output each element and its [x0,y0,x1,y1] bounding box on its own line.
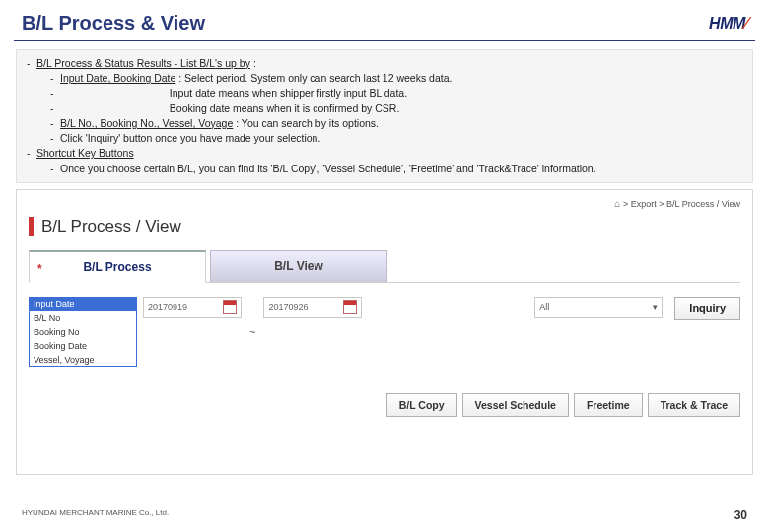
dropdown-option[interactable]: Vessel, Voyage [30,353,136,366]
calendar-icon[interactable] [343,300,357,314]
chevron-down-icon: ▾ [653,302,658,312]
dropdown-selected[interactable]: Input Date [30,298,136,311]
calendar-icon[interactable] [223,300,237,314]
tab-bl-view[interactable]: B/L View [210,250,387,282]
title-bar-icon [29,217,34,236]
vessel-schedule-button[interactable]: Vessel Schedule [462,393,569,417]
bl-copy-button[interactable]: B/L Copy [386,393,457,417]
dropdown-option[interactable]: Booking Date [30,339,136,353]
required-asterisk: * [37,262,42,276]
app-title: B/L Process / View [29,217,740,236]
inquiry-button[interactable]: Inquiry [674,297,740,320]
filter-select[interactable]: All▾ [534,297,663,318]
freetime-button[interactable]: Freetime [574,393,643,417]
footer-company: HYUNDAI MERCHANT MARINE Co., Ltd. [22,508,169,522]
dropdown-option[interactable]: Booking No [30,325,136,339]
logo: HMM⁄ [709,15,747,33]
breadcrumb: ⌂ > Export > B/L Process / View [29,198,740,209]
page-title: B/L Process & View [22,12,205,34]
page-number: 30 [734,508,747,522]
tab-bl-process[interactable]: * B/L Process [29,250,206,283]
home-icon[interactable]: ⌂ [614,198,620,209]
divider [14,40,755,41]
dropdown-option[interactable]: B/L No [30,311,136,325]
track-trace-button[interactable]: Track & Trace [648,393,740,417]
date-to-input[interactable]: 20170926 [263,297,362,318]
app-screenshot: ⌂ > Export > B/L Process / View B/L Proc… [16,189,753,475]
date-range-sep: ~ [247,326,257,338]
search-type-dropdown[interactable]: Input Date B/L No Booking No Booking Dat… [29,297,137,367]
date-from-input[interactable]: 20170919 [143,297,242,318]
info-box: B/L Process & Status Results - List B/L'… [16,49,753,183]
